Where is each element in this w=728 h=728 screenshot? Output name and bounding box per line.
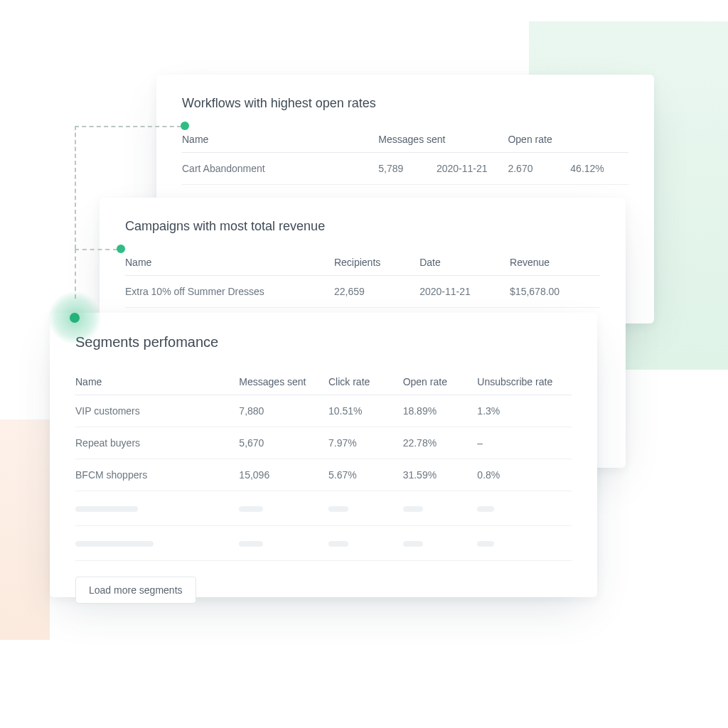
cell-click: 5.67% — [328, 459, 403, 491]
table-row[interactable]: Cart Abandonment 5,789 2020-11-21 2.670 … — [182, 153, 628, 185]
table-header-row: Name Messages sent Open rate — [182, 127, 628, 153]
table-row[interactable]: Extra 10% off Summer Dresses 22,659 2020… — [125, 276, 600, 308]
col-date: Date — [419, 250, 510, 276]
cell-messages: 7,880 — [239, 395, 328, 427]
cell-name: Repeat buyers — [75, 427, 239, 459]
col-open-rate: Open rate — [508, 127, 628, 153]
segments-table: Name Messages sent Click rate Open rate … — [75, 369, 572, 561]
cell-open: 22.78% — [403, 427, 478, 459]
cell-unsub: – — [477, 427, 572, 459]
connector-dashed — [75, 249, 117, 250]
workflows-title: Workflows with highest open rates — [182, 96, 628, 111]
cell-revenue: $15,678.00 — [510, 276, 600, 308]
col-open: Open rate — [403, 369, 478, 395]
campaigns-title: Campaigns with most total revenue — [125, 219, 600, 234]
segments-card: Segments perfomance Name Messages sent C… — [50, 313, 597, 597]
col-name: Name — [182, 127, 378, 153]
table-row[interactable]: VIP customers 7,880 10.51% 18.89% 1.3% — [75, 395, 572, 427]
connector-dot-icon — [117, 245, 125, 253]
load-more-button[interactable]: Load more segments — [75, 577, 196, 604]
cell-messages: 5,670 — [239, 427, 328, 459]
segments-title: Segments perfomance — [75, 334, 572, 350]
workflows-table: Name Messages sent Open rate Cart Abando… — [182, 127, 628, 185]
cell-date: 2020-11-21 — [419, 276, 510, 308]
cell-unsub: 1.3% — [477, 395, 572, 427]
campaigns-table: Name Recipients Date Revenue Extra 10% o… — [125, 250, 600, 308]
radar-dot-icon — [48, 291, 101, 344]
col-messages: Messages sent — [239, 369, 328, 395]
connector-dashed — [75, 126, 76, 249]
skeleton-row — [75, 491, 572, 526]
cell-click: 10.51% — [328, 395, 403, 427]
table-header-row: Name Messages sent Click rate Open rate … — [75, 369, 572, 395]
cell-name: Extra 10% off Summer Dresses — [125, 276, 334, 308]
cell-date: 2020-11-21 — [437, 153, 508, 185]
col-revenue: Revenue — [510, 250, 600, 276]
col-name: Name — [75, 369, 239, 395]
col-click: Click rate — [328, 369, 403, 395]
skeleton-row — [75, 526, 572, 561]
connector-dashed — [75, 126, 181, 127]
col-unsub: Unsubscribe rate — [477, 369, 572, 395]
cell-open: 46.12% — [570, 153, 628, 185]
col-recipients: Recipients — [334, 250, 419, 276]
cell-recipients: 22,659 — [334, 276, 419, 308]
table-row[interactable]: BFCM shoppers 15,096 5.67% 31.59% 0.8% — [75, 459, 572, 491]
cell-click: 7.97% — [328, 427, 403, 459]
col-messages: Messages sent — [378, 127, 508, 153]
cell-unsub: 0.8% — [477, 459, 572, 491]
cell-messages: 5,789 — [378, 153, 437, 185]
cell-messages: 15,096 — [239, 459, 328, 491]
cell-name: VIP customers — [75, 395, 239, 427]
cell-value: 2.670 — [508, 153, 570, 185]
cell-open: 18.89% — [403, 395, 478, 427]
cell-open: 31.59% — [403, 459, 478, 491]
col-name: Name — [125, 250, 334, 276]
cell-name: Cart Abandonment — [182, 153, 378, 185]
table-row[interactable]: Repeat buyers 5,670 7.97% 22.78% – — [75, 427, 572, 459]
table-header-row: Name Recipients Date Revenue — [125, 250, 600, 276]
bg-accent-peach — [0, 419, 50, 640]
cell-name: BFCM shoppers — [75, 459, 239, 491]
connector-dot-icon — [181, 122, 189, 130]
